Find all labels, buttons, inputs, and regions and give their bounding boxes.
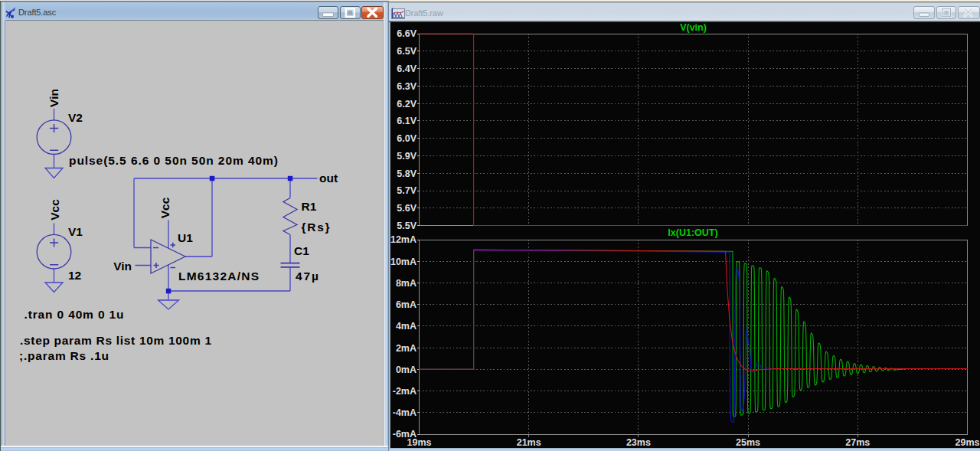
svg-text:6mA: 6mA	[396, 299, 416, 310]
svg-text:6.0V: 6.0V	[397, 133, 416, 144]
svg-text:out: out	[319, 172, 338, 185]
svg-text:Vcc: Vcc	[158, 197, 172, 218]
svg-text:5.6V: 5.6V	[397, 203, 416, 214]
svg-text:25ms: 25ms	[736, 437, 760, 448]
svg-text:V1: V1	[68, 225, 83, 238]
svg-text:23ms: 23ms	[626, 437, 651, 448]
svg-text:;.param Rs .1u: ;.param Rs .1u	[19, 349, 109, 362]
svg-text:2mA: 2mA	[396, 343, 416, 354]
svg-text:6.5V: 6.5V	[397, 46, 416, 57]
svg-text:Vin: Vin	[47, 89, 60, 107]
svg-text:-4mA: -4mA	[393, 407, 416, 418]
svg-text:0mA: 0mA	[396, 364, 416, 375]
svg-text:6.1V: 6.1V	[397, 116, 416, 126]
svg-text:.step param Rs list 10m 100m 1: .step param Rs list 10m 100m 1	[20, 334, 211, 347]
svg-text:R1: R1	[302, 200, 317, 213]
svg-text:29ms: 29ms	[956, 437, 980, 448]
svg-text:6.2V: 6.2V	[397, 99, 416, 109]
svg-text:12: 12	[68, 269, 81, 282]
svg-text:V(vin): V(vin)	[680, 22, 707, 33]
svg-text:Vcc: Vcc	[48, 199, 61, 221]
svg-text:V2: V2	[68, 111, 83, 124]
svg-text:5.8V: 5.8V	[397, 168, 416, 179]
svg-text:.tran 0 40m 0 1u: .tran 0 40m 0 1u	[24, 308, 124, 321]
svg-text:4mA: 4mA	[396, 321, 416, 332]
svg-text:5.9V: 5.9V	[397, 151, 416, 162]
svg-text:5.5V: 5.5V	[397, 221, 416, 231]
svg-text:Vin: Vin	[113, 260, 132, 273]
svg-text:5.7V: 5.7V	[397, 185, 416, 196]
svg-text:8mA: 8mA	[396, 278, 416, 289]
svg-text:C1: C1	[294, 244, 309, 257]
svg-text:47µ: 47µ	[296, 270, 318, 283]
svg-text:U1: U1	[178, 231, 193, 244]
svg-text:6.6V: 6.6V	[397, 28, 416, 39]
svg-text:LM6132A/NS: LM6132A/NS	[178, 270, 259, 283]
svg-text:6.4V: 6.4V	[397, 64, 416, 74]
svg-text:6.3V: 6.3V	[397, 81, 416, 92]
svg-text:19ms: 19ms	[407, 437, 432, 448]
svg-text:{Rs}: {Rs}	[302, 221, 330, 234]
svg-text:10mA: 10mA	[390, 257, 416, 267]
svg-text:21ms: 21ms	[517, 437, 541, 448]
svg-text:Ix(U1:OUT): Ix(U1:OUT)	[668, 227, 717, 238]
svg-text:27ms: 27ms	[845, 437, 870, 448]
svg-text:pulse(5.5 6.6 0 50n 50n 20m 40: pulse(5.5 6.6 0 50n 50n 20m 40m)	[69, 154, 278, 167]
svg-text:12mA: 12mA	[390, 234, 416, 245]
svg-text:-2mA: -2mA	[393, 386, 416, 397]
